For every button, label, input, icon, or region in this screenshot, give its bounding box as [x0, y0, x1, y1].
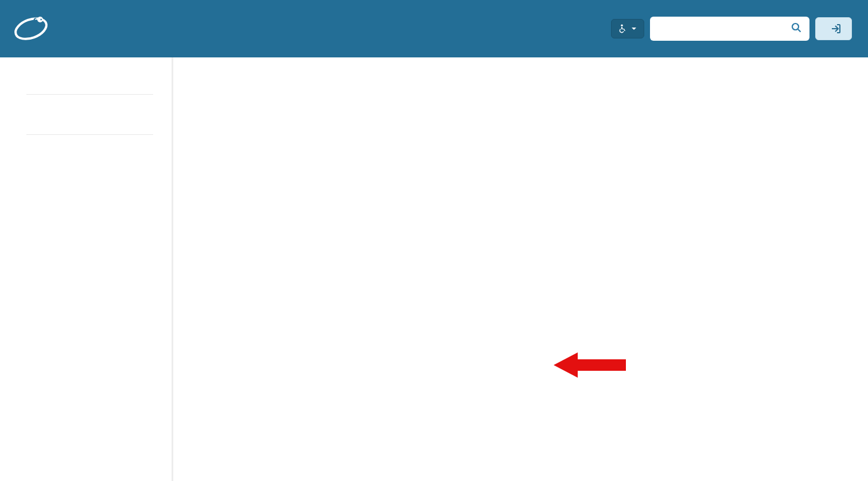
search-input[interactable]: [658, 24, 791, 34]
svg-point-0: [13, 14, 49, 42]
search-icon[interactable]: [791, 22, 801, 35]
svg-line-4: [798, 29, 801, 32]
site-header: [0, 0, 868, 57]
site-logo[interactable]: [11, 9, 56, 48]
edevlet-logo-icon: [11, 9, 50, 48]
annotation-arrow: [554, 349, 626, 381]
search-box[interactable]: [650, 17, 809, 41]
sidebar-intro: [26, 80, 153, 95]
wheelchair-icon: [618, 24, 628, 33]
sidebar: [0, 57, 173, 481]
login-icon: [831, 24, 841, 34]
login-button[interactable]: [815, 17, 852, 40]
subheading-kayit: [194, 106, 845, 115]
svg-point-2: [621, 25, 623, 27]
caret-down-icon: [631, 26, 637, 32]
accessibility-button[interactable]: [611, 19, 644, 38]
subheading-kimlik: [194, 115, 845, 129]
svg-marker-5: [554, 352, 626, 378]
svg-point-3: [792, 24, 799, 30]
main-content: [173, 57, 868, 481]
